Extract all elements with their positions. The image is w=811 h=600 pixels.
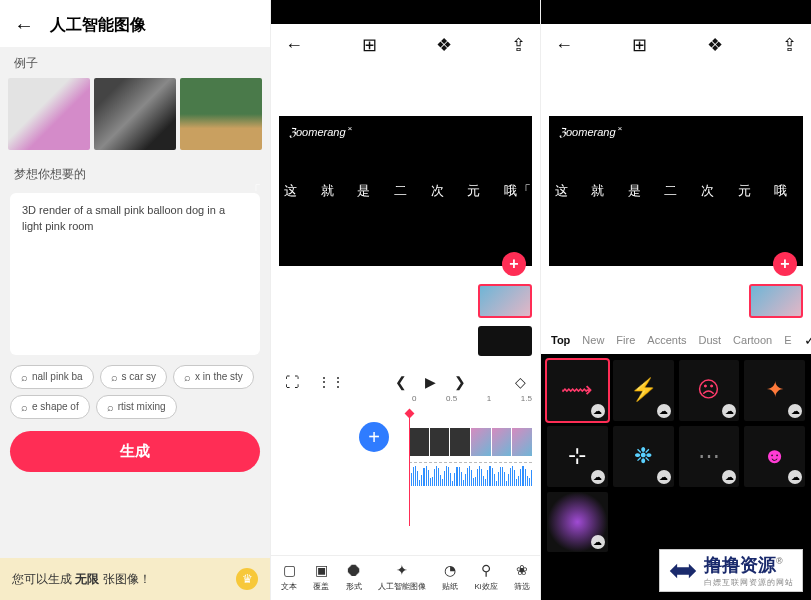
effect-item[interactable]: ⊹☁ — [547, 426, 608, 487]
tab-top[interactable]: Top — [551, 334, 570, 346]
track-area[interactable]: + — [271, 422, 540, 486]
dream-label: 梦想你想要的 — [0, 158, 270, 189]
person-icon: ⚲ — [481, 562, 491, 578]
bottom-toolbar: ▢文本 ▣覆盖 ⯃形式 ✦人工智能图像 ◔贴纸 ⚲Ki效应 ❀筛选 — [271, 555, 540, 600]
clock-icon: ◔ — [444, 562, 456, 578]
search-icon: ⌕ — [184, 371, 191, 383]
download-icon: ☁ — [591, 404, 605, 418]
back-icon[interactable]: ← — [555, 35, 573, 56]
footer-text: 您可以生成 无限 张图像！ — [12, 571, 151, 588]
clip-thumb[interactable] — [478, 326, 532, 356]
clip-thumbs — [271, 266, 540, 364]
tab-shape[interactable]: ⯃形式 — [346, 562, 362, 592]
examples-row — [0, 78, 270, 158]
tab-accents[interactable]: Accents — [647, 334, 686, 346]
example-thumb[interactable] — [180, 78, 262, 150]
example-thumb[interactable] — [94, 78, 176, 150]
tab-filter[interactable]: ❀筛选 — [514, 562, 530, 592]
example-thumb[interactable] — [8, 78, 90, 150]
text-icon: ▢ — [283, 562, 296, 578]
video-preview[interactable]: ℨoomerang× 「 这 就 是 二 次 元 哦 」 + — [279, 116, 532, 266]
download-icon: ☁ — [591, 535, 605, 549]
add-fab-button[interactable]: + — [773, 252, 797, 276]
effect-item[interactable]: ✦☁ — [744, 360, 805, 421]
prompt-input[interactable]: 3D render of a small pink balloon dog in… — [10, 193, 260, 355]
fullscreen-icon[interactable]: ⛶ — [285, 374, 299, 390]
page-title: 人工智能图像 — [50, 15, 146, 36]
tab-ai-image[interactable]: ✦人工智能图像 — [378, 562, 426, 592]
download-icon: ☁ — [591, 470, 605, 484]
brand-watermark: ℨoomerang× — [289, 124, 352, 139]
download-icon: ☁ — [722, 470, 736, 484]
video-preview[interactable]: ℨoomerang× 「 这 就 是 二 次 元 哦 」 + — [549, 116, 803, 266]
logo-icon — [668, 560, 698, 582]
effect-item[interactable]: ☻☁ — [744, 426, 805, 487]
tab-more[interactable]: E — [784, 334, 791, 346]
status-bar — [541, 0, 811, 24]
layers-icon[interactable]: ❖ — [707, 34, 723, 56]
tab-dust[interactable]: Dust — [698, 334, 721, 346]
tab-new[interactable]: New — [582, 334, 604, 346]
keyframe-icon[interactable]: ◇ — [515, 374, 526, 390]
effect-item[interactable]: ☹☁ — [679, 360, 740, 421]
tab-sticker[interactable]: ◔贴纸 — [442, 562, 458, 592]
tab-text[interactable]: ▢文本 — [281, 562, 297, 592]
layers-icon[interactable]: ❖ — [436, 34, 452, 56]
chip[interactable]: ⌕x in the sty — [173, 365, 254, 389]
search-icon: ⌕ — [111, 371, 118, 383]
chip[interactable]: ⌕rtist mixing — [96, 395, 177, 419]
clip-thumb[interactable] — [749, 284, 803, 318]
ai-icon: ✦ — [396, 562, 408, 578]
timeline-ruler[interactable]: 0 0.5 1 1.5 — [277, 394, 534, 422]
prev-icon[interactable]: ❮ — [395, 374, 407, 390]
effect-item[interactable]: ⟿☁ — [547, 360, 608, 421]
export-icon[interactable]: ⇪ — [782, 34, 797, 56]
subtitle-text: 「 这 就 是 二 次 元 哦 」 — [248, 182, 564, 200]
video-track[interactable] — [409, 428, 532, 456]
chip[interactable]: ⌕e shape of — [10, 395, 90, 419]
export-icon[interactable]: ⇪ — [511, 34, 526, 56]
generate-button[interactable]: 生成 — [10, 431, 260, 472]
grid-icon[interactable]: ⊞ — [362, 34, 377, 56]
ai-image-panel: ← 人工智能图像 例子 梦想你想要的 3D render of a small … — [0, 0, 270, 600]
chip[interactable]: ⌕nall pink ba — [10, 365, 94, 389]
subtitle-text: 「 这 就 是 二 次 元 哦 」 — [518, 182, 811, 200]
footer-banner[interactable]: 您可以生成 无限 张图像！ ♛ — [0, 558, 270, 600]
next-icon[interactable]: ❯ — [454, 374, 466, 390]
play-icon[interactable]: ▶ — [425, 374, 436, 390]
cut-icon[interactable]: ⋮⋮ — [317, 374, 345, 390]
add-clip-button[interactable]: + — [359, 422, 389, 452]
header: ← 人工智能图像 — [0, 0, 270, 47]
tab-overlay[interactable]: ▣覆盖 — [313, 562, 329, 592]
clip-thumb[interactable] — [478, 284, 532, 318]
back-icon[interactable]: ← — [285, 35, 303, 56]
download-icon: ☁ — [788, 470, 802, 484]
confirm-icon[interactable]: ✓ — [804, 332, 811, 348]
tab-cartoon[interactable]: Cartoon — [733, 334, 772, 346]
download-icon: ☁ — [788, 404, 802, 418]
effect-category-tabs: Top New Fire Accents Dust Cartoon E ✓ — [541, 326, 811, 354]
add-fab-button[interactable]: + — [502, 252, 526, 276]
playhead[interactable] — [409, 414, 410, 526]
audio-track[interactable] — [409, 462, 532, 486]
back-icon[interactable]: ← — [14, 14, 34, 37]
chip[interactable]: ⌕s car sy — [100, 365, 167, 389]
effect-item[interactable]: ⚡☁ — [613, 360, 674, 421]
download-icon: ☁ — [657, 470, 671, 484]
brand-watermark: ℨoomerang× — [559, 124, 622, 139]
effect-item[interactable]: ❉☁ — [613, 426, 674, 487]
download-icon: ☁ — [722, 404, 736, 418]
effect-item[interactable]: ☁ — [547, 492, 608, 553]
image-icon: ▣ — [315, 562, 328, 578]
effect-item[interactable]: ⋯☁ — [679, 426, 740, 487]
tab-ki-effect[interactable]: ⚲Ki效应 — [474, 562, 497, 592]
search-icon: ⌕ — [21, 371, 28, 383]
effects-panel: ← ⊞ ❖ ⇪ ℨoomerang× 「 这 就 是 二 次 元 哦 」 + T… — [540, 0, 811, 600]
grid-icon[interactable]: ⊞ — [632, 34, 647, 56]
crown-icon: ♛ — [236, 568, 258, 590]
tab-fire[interactable]: Fire — [616, 334, 635, 346]
editor-header: ← ⊞ ❖ ⇪ — [271, 24, 540, 62]
download-icon: ☁ — [657, 404, 671, 418]
search-icon: ⌕ — [107, 401, 114, 413]
search-icon: ⌕ — [21, 401, 28, 413]
